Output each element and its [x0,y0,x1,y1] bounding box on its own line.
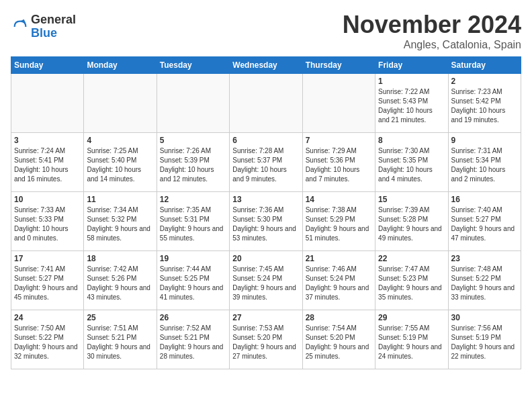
day-number: 14 [306,195,372,204]
logo-icon [11,17,30,36]
logo: General Blue [11,13,76,40]
calendar-cell: 9Sunrise: 7:31 AM Sunset: 5:34 PM Daylig… [448,133,521,192]
day-number: 12 [160,195,226,204]
calendar-cell: 27Sunrise: 7:53 AM Sunset: 5:20 PM Dayli… [230,310,302,369]
day-number: 16 [451,195,518,204]
day-info: Sunrise: 7:46 AM Sunset: 5:24 PM Dayligh… [306,265,372,302]
calendar-cell: 17Sunrise: 7:41 AM Sunset: 5:27 PM Dayli… [11,251,84,310]
day-number: 28 [306,313,372,322]
calendar-cell [230,74,302,133]
day-number: 27 [232,313,299,322]
day-number: 1 [378,77,445,86]
day-number: 10 [14,195,81,204]
calendar-cell: 26Sunrise: 7:52 AM Sunset: 5:21 PM Dayli… [157,310,229,369]
day-info: Sunrise: 7:23 AM Sunset: 5:42 PM Dayligh… [451,87,518,125]
weekday-header-wednesday: Wednesday [230,57,302,74]
day-number: 29 [378,313,445,322]
day-number: 11 [87,195,153,204]
day-info: Sunrise: 7:39 AM Sunset: 5:28 PM Dayligh… [378,205,445,243]
day-info: Sunrise: 7:42 AM Sunset: 5:26 PM Dayligh… [87,265,153,302]
day-info: Sunrise: 7:51 AM Sunset: 5:21 PM Dayligh… [87,324,153,361]
calendar-cell: 10Sunrise: 7:33 AM Sunset: 5:33 PM Dayli… [11,192,84,251]
day-info: Sunrise: 7:52 AM Sunset: 5:21 PM Dayligh… [160,324,226,361]
weekday-header-thursday: Thursday [302,57,375,74]
calendar-cell [157,74,229,133]
calendar-week-3: 17Sunrise: 7:41 AM Sunset: 5:27 PM Dayli… [11,251,521,310]
day-info: Sunrise: 7:45 AM Sunset: 5:24 PM Dayligh… [232,265,299,302]
day-number: 22 [378,254,445,263]
calendar-cell: 22Sunrise: 7:47 AM Sunset: 5:23 PM Dayli… [375,251,448,310]
day-info: Sunrise: 7:48 AM Sunset: 5:22 PM Dayligh… [451,265,518,302]
calendar-cell: 16Sunrise: 7:40 AM Sunset: 5:27 PM Dayli… [448,192,521,251]
month-title: November 2024 [343,11,521,39]
day-info: Sunrise: 7:30 AM Sunset: 5:35 PM Dayligh… [378,146,445,184]
calendar-cell: 15Sunrise: 7:39 AM Sunset: 5:28 PM Dayli… [375,192,448,251]
day-number: 21 [306,254,372,263]
weekday-header-row: SundayMondayTuesdayWednesdayThursdayFrid… [11,57,521,74]
calendar-cell: 5Sunrise: 7:26 AM Sunset: 5:39 PM Daylig… [157,133,229,192]
day-info: Sunrise: 7:54 AM Sunset: 5:20 PM Dayligh… [306,324,372,361]
calendar-cell: 19Sunrise: 7:44 AM Sunset: 5:25 PM Dayli… [157,251,229,310]
calendar-cell [11,74,84,133]
day-info: Sunrise: 7:29 AM Sunset: 5:36 PM Dayligh… [306,146,372,184]
logo-general-label: General [31,13,76,27]
day-info: Sunrise: 7:41 AM Sunset: 5:27 PM Dayligh… [14,265,81,302]
weekday-header-saturday: Saturday [448,57,521,74]
calendar-cell: 4Sunrise: 7:25 AM Sunset: 5:40 PM Daylig… [84,133,157,192]
day-number: 15 [378,195,445,204]
day-info: Sunrise: 7:22 AM Sunset: 5:43 PM Dayligh… [378,87,445,125]
calendar-cell: 20Sunrise: 7:45 AM Sunset: 5:24 PM Dayli… [230,251,302,310]
day-info: Sunrise: 7:35 AM Sunset: 5:31 PM Dayligh… [160,205,226,243]
day-info: Sunrise: 7:33 AM Sunset: 5:33 PM Dayligh… [14,205,81,243]
calendar-cell: 29Sunrise: 7:55 AM Sunset: 5:19 PM Dayli… [375,310,448,369]
calendar-cell: 1Sunrise: 7:22 AM Sunset: 5:43 PM Daylig… [375,74,448,133]
day-info: Sunrise: 7:36 AM Sunset: 5:30 PM Dayligh… [232,205,299,243]
day-info: Sunrise: 7:47 AM Sunset: 5:23 PM Dayligh… [378,265,445,302]
day-info: Sunrise: 7:26 AM Sunset: 5:39 PM Dayligh… [160,146,226,184]
calendar-week-1: 3Sunrise: 7:24 AM Sunset: 5:41 PM Daylig… [11,133,521,192]
day-number: 2 [451,77,518,86]
calendar-cell: 11Sunrise: 7:34 AM Sunset: 5:32 PM Dayli… [84,192,157,251]
calendar-cell: 2Sunrise: 7:23 AM Sunset: 5:42 PM Daylig… [448,74,521,133]
day-info: Sunrise: 7:44 AM Sunset: 5:25 PM Dayligh… [160,265,226,302]
day-number: 20 [232,254,299,263]
title-area: November 2024 Angles, Catalonia, Spain [343,11,521,51]
calendar-cell: 18Sunrise: 7:42 AM Sunset: 5:26 PM Dayli… [84,251,157,310]
day-number: 5 [160,136,226,145]
calendar-cell: 14Sunrise: 7:38 AM Sunset: 5:29 PM Dayli… [302,192,375,251]
day-number: 4 [87,136,153,145]
calendar-cell: 12Sunrise: 7:35 AM Sunset: 5:31 PM Dayli… [157,192,229,251]
calendar-cell [84,74,157,133]
day-number: 30 [451,313,518,322]
header: General Blue November 2024 Angles, Catal… [11,11,521,51]
weekday-header-tuesday: Tuesday [157,57,229,74]
calendar: SundayMondayTuesdayWednesdayThursdayFrid… [11,56,521,369]
day-number: 23 [451,254,518,263]
day-info: Sunrise: 7:31 AM Sunset: 5:34 PM Dayligh… [451,146,518,184]
calendar-cell: 7Sunrise: 7:29 AM Sunset: 5:36 PM Daylig… [302,133,375,192]
day-info: Sunrise: 7:56 AM Sunset: 5:19 PM Dayligh… [451,324,518,361]
weekday-header-monday: Monday [84,57,157,74]
day-number: 8 [378,136,445,145]
calendar-cell: 21Sunrise: 7:46 AM Sunset: 5:24 PM Dayli… [302,251,375,310]
day-number: 13 [232,195,299,204]
calendar-cell: 13Sunrise: 7:36 AM Sunset: 5:30 PM Dayli… [230,192,302,251]
day-number: 24 [14,313,81,322]
day-number: 19 [160,254,226,263]
day-number: 9 [451,136,518,145]
day-number: 3 [14,136,81,145]
calendar-week-2: 10Sunrise: 7:33 AM Sunset: 5:33 PM Dayli… [11,192,521,251]
calendar-cell: 23Sunrise: 7:48 AM Sunset: 5:22 PM Dayli… [448,251,521,310]
day-info: Sunrise: 7:50 AM Sunset: 5:22 PM Dayligh… [14,324,81,361]
day-info: Sunrise: 7:40 AM Sunset: 5:27 PM Dayligh… [451,205,518,243]
day-number: 26 [160,313,226,322]
day-info: Sunrise: 7:53 AM Sunset: 5:20 PM Dayligh… [232,324,299,361]
day-number: 18 [87,254,153,263]
calendar-cell: 6Sunrise: 7:28 AM Sunset: 5:37 PM Daylig… [230,133,302,192]
day-info: Sunrise: 7:25 AM Sunset: 5:40 PM Dayligh… [87,146,153,184]
logo-text: General Blue [31,13,76,40]
calendar-cell [302,74,375,133]
day-number: 6 [232,136,299,145]
logo-blue-label: Blue [31,27,76,40]
day-number: 7 [306,136,372,145]
